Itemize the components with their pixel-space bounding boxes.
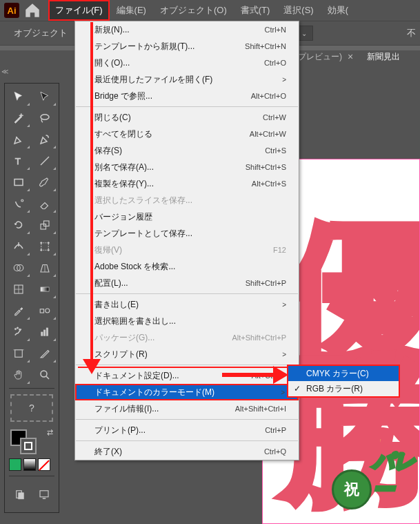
gradient-tool[interactable] bbox=[32, 279, 57, 300]
menu-edit[interactable]: 編集(E) bbox=[110, 0, 153, 21]
menu-item[interactable]: 閉じる(C)Ctrl+W bbox=[75, 109, 299, 126]
menu-item[interactable]: バージョン履歴 bbox=[75, 208, 299, 225]
fill-stroke-swatch[interactable]: ⇄ bbox=[9, 428, 54, 456]
svg-rect-6 bbox=[41, 224, 46, 230]
color-mode-solid[interactable] bbox=[9, 458, 21, 471]
selection-tool[interactable] bbox=[6, 86, 31, 107]
svg-text:T: T bbox=[15, 156, 21, 166]
menu-item-shortcut: Ctrl+P bbox=[265, 426, 286, 434]
menu-item[interactable]: 別名で保存(A)...Shift+Ctrl+S bbox=[75, 159, 299, 175]
tab-doc2[interactable]: 新聞見出 bbox=[367, 51, 400, 63]
width-tool[interactable] bbox=[6, 236, 31, 257]
menu-item[interactable]: 複製を保存(Y)...Alt+Ctrl+S bbox=[75, 175, 299, 192]
svg-point-32 bbox=[41, 371, 47, 377]
menu-item[interactable]: 新規(N)...Ctrl+N bbox=[75, 21, 299, 38]
blend-tool[interactable] bbox=[32, 300, 57, 321]
submenu-item-label: CMYK カラー(C) bbox=[306, 368, 369, 380]
submenu-item[interactable]: ✓RGB カラー(R) bbox=[288, 381, 399, 396]
menu-item[interactable]: 保存(S)Ctrl+S bbox=[75, 142, 299, 159]
paintbrush-tool[interactable] bbox=[32, 172, 57, 193]
menu-item[interactable]: 終了(X)Ctrl+Q bbox=[75, 443, 299, 460]
menu-item-shortcut: Ctrl+Q bbox=[264, 447, 286, 456]
menu-item[interactable]: テンプレートから新規(T)...Shift+Ctrl+N bbox=[75, 38, 299, 55]
menu-item[interactable]: 最近使用したファイルを開く(F)> bbox=[75, 71, 299, 88]
menu-item-shortcut: Alt+Ctrl+S bbox=[252, 179, 286, 188]
mesh-tool[interactable] bbox=[6, 279, 31, 300]
menu-item[interactable]: スクリプト(R)> bbox=[75, 346, 299, 362]
rect-tool[interactable] bbox=[6, 172, 31, 193]
menu-object[interactable]: オブジェクト(O) bbox=[153, 0, 234, 21]
panel-collapse-icon[interactable]: ≪ bbox=[0, 66, 10, 76]
control-label: オブジェクト bbox=[14, 27, 68, 39]
menu-item-shortcut: Ctrl+S bbox=[265, 146, 286, 155]
slice-tool[interactable] bbox=[32, 343, 57, 364]
perspective-tool[interactable] bbox=[32, 258, 57, 278]
menu-item[interactable]: テンプレートとして保存... bbox=[75, 225, 299, 242]
free-transform-tool[interactable] bbox=[32, 236, 57, 257]
curvature-tool[interactable] bbox=[32, 129, 57, 150]
lasso-tool[interactable] bbox=[32, 108, 57, 128]
menu-item[interactable]: 書き出し(E)> bbox=[75, 296, 299, 313]
shape-builder-tool[interactable] bbox=[6, 258, 31, 278]
screen-mode-icon[interactable] bbox=[33, 482, 54, 507]
menu-item[interactable]: 配置(L)...Shift+Ctrl+P bbox=[75, 275, 299, 291]
menu-item[interactable]: ドキュメントのカラーモード(M)> bbox=[75, 384, 299, 400]
svg-point-12 bbox=[40, 249, 41, 251]
svg-point-10 bbox=[40, 242, 41, 244]
menu-item-label: 選択したスライスを保存... bbox=[94, 195, 192, 206]
color-mode-gradient[interactable] bbox=[23, 458, 36, 471]
hand-tool[interactable] bbox=[6, 365, 31, 385]
menu-item-shortcut: Alt+Ctrl+O bbox=[251, 92, 286, 100]
menu-item[interactable]: Bridge で参照...Alt+Ctrl+O bbox=[75, 88, 299, 104]
menu-item[interactable]: 開く(O)...Ctrl+O bbox=[75, 55, 299, 71]
menu-item-label: 新規(N)... bbox=[94, 24, 130, 36]
color-mode-none[interactable] bbox=[38, 458, 50, 471]
menu-item-label: ドキュメント設定(D)... bbox=[94, 370, 179, 382]
menu-item[interactable]: 選択範囲を書き出し... bbox=[75, 313, 299, 329]
artboard-tool[interactable] bbox=[6, 343, 31, 364]
scale-tool[interactable] bbox=[32, 215, 57, 235]
annotation-arrow-right-head bbox=[273, 366, 288, 384]
graph-tool[interactable] bbox=[32, 322, 57, 342]
menu-item-label: プリント(P)... bbox=[94, 425, 146, 436]
edit-toolbar-button[interactable]: ? bbox=[10, 394, 53, 422]
menu-divider bbox=[76, 365, 298, 365]
menu-item[interactable]: プリント(P)...Ctrl+P bbox=[75, 422, 299, 438]
menu-item-label: すべてを閉じる bbox=[94, 128, 152, 140]
shaper-tool[interactable] bbox=[6, 193, 31, 214]
zoom-tool[interactable] bbox=[32, 365, 57, 385]
home-icon[interactable] bbox=[23, 1, 41, 19]
menu-file[interactable]: ファイル(F) bbox=[48, 0, 110, 21]
menu-item-label: パッケージ(G)... bbox=[94, 332, 154, 344]
stroke-color[interactable] bbox=[20, 438, 37, 454]
menu-type[interactable]: 書式(T) bbox=[234, 0, 277, 21]
svg-line-33 bbox=[46, 376, 49, 379]
svg-point-24 bbox=[17, 327, 18, 329]
menu-item-shortcut: Shift+Ctrl+S bbox=[246, 163, 286, 171]
magic-wand-tool[interactable] bbox=[6, 108, 31, 128]
eyedropper-tool[interactable] bbox=[6, 300, 31, 321]
menu-item-shortcut: F12 bbox=[273, 246, 286, 254]
tab-close-icon[interactable]: × bbox=[348, 51, 353, 62]
rotate-tool[interactable] bbox=[6, 215, 31, 235]
swap-fill-stroke-icon[interactable]: ⇄ bbox=[47, 428, 53, 437]
annotation-arrow-right bbox=[222, 373, 274, 377]
type-tool[interactable]: T bbox=[6, 151, 31, 171]
tab-preview-label[interactable]: プレビュー) bbox=[298, 51, 342, 63]
svg-rect-36 bbox=[40, 491, 48, 497]
menu-effect[interactable]: 効果( bbox=[321, 0, 355, 21]
submenu-item[interactable]: CMYK カラー(C) bbox=[288, 366, 399, 381]
svg-point-0 bbox=[41, 115, 49, 120]
annotation-line bbox=[78, 367, 296, 368]
symbol-tool[interactable] bbox=[6, 322, 31, 342]
line-tool[interactable] bbox=[32, 151, 57, 171]
eraser-tool[interactable] bbox=[32, 193, 57, 214]
menu-select[interactable]: 選択(S) bbox=[277, 0, 320, 21]
menu-item[interactable]: Adobe Stock を検索... bbox=[75, 258, 299, 275]
menu-item-label: 終了(X) bbox=[94, 446, 122, 458]
menu-item[interactable]: ファイル情報(I)...Alt+Shift+Ctrl+I bbox=[75, 400, 299, 417]
pen-tool[interactable] bbox=[6, 129, 31, 150]
menu-item[interactable]: すべてを閉じるAlt+Ctrl+W bbox=[75, 126, 299, 142]
direct-selection-tool[interactable] bbox=[32, 86, 57, 107]
drawing-mode-icon[interactable] bbox=[9, 482, 30, 507]
